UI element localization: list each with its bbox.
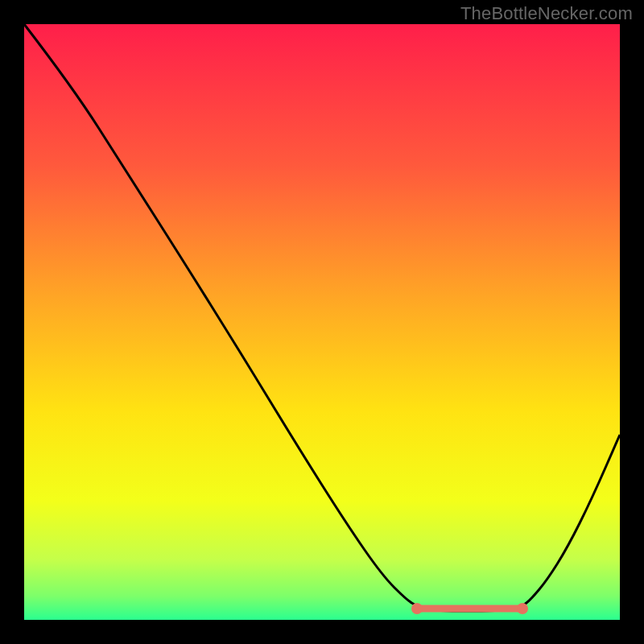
bottleneck-chart	[0, 0, 644, 644]
svg-point-2	[517, 603, 528, 614]
plot-background	[24, 24, 620, 620]
watermark: TheBottleNecker.com	[460, 3, 633, 24]
svg-point-1	[411, 603, 423, 614]
chart-container: TheBottleNecker.com	[0, 0, 644, 644]
